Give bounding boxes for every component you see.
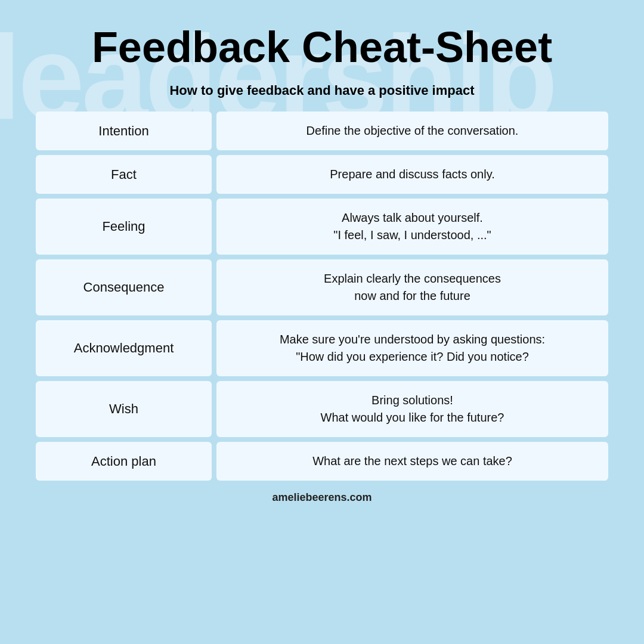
row-label: Acknowledgment — [36, 320, 212, 376]
row-description: Define the objective of the conversation… — [216, 112, 608, 150]
row-description: What are the next steps we can take? — [216, 442, 608, 481]
table-row: FeelingAlways talk about yourself. "I fe… — [36, 199, 608, 255]
subtitle: How to give feedback and have a positive… — [169, 83, 474, 98]
row-label: Wish — [36, 381, 212, 437]
row-label: Action plan — [36, 442, 212, 481]
row-description: Prepare and discuss facts only. — [216, 155, 608, 194]
row-description: Make sure you're understood by asking qu… — [216, 320, 608, 376]
table-row: WishBring solutions! What would you like… — [36, 381, 608, 437]
table-row: AcknowledgmentMake sure you're understoo… — [36, 320, 608, 376]
row-label: Feeling — [36, 199, 212, 255]
row-label: Intention — [36, 112, 212, 150]
table-row: IntentionDefine the objective of the con… — [36, 112, 608, 150]
table-row: Action planWhat are the next steps we ca… — [36, 442, 608, 481]
row-description: Bring solutions! What would you like for… — [216, 381, 608, 437]
table-row: FactPrepare and discuss facts only. — [36, 155, 608, 194]
row-label: Consequence — [36, 259, 212, 315]
main-container: Feedback Cheat-Sheet How to give feedbac… — [0, 0, 644, 522]
content-table: IntentionDefine the objective of the con… — [36, 112, 608, 481]
row-label: Fact — [36, 155, 212, 194]
row-description: Always talk about yourself. "I feel, I s… — [216, 199, 608, 255]
page-title: Feedback Cheat-Sheet — [92, 24, 552, 71]
footer-text: ameliebeerens.com — [272, 491, 371, 504]
table-row: ConsequenceExplain clearly the consequen… — [36, 259, 608, 315]
row-description: Explain clearly the consequences now and… — [216, 259, 608, 315]
